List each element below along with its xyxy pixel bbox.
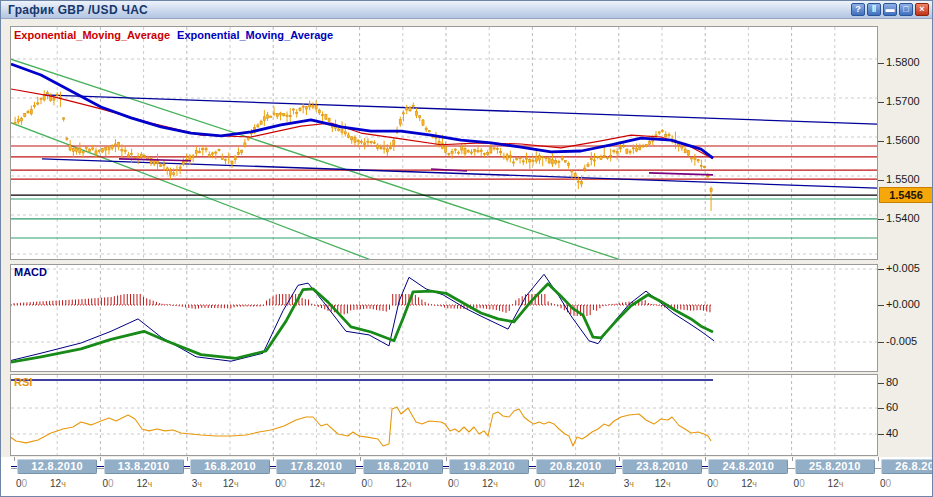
rsi-panel[interactable]: RSI [10,374,878,456]
price-tick-label: 1.5400 [886,212,920,224]
date-badge: 16.8.2010 [190,459,270,474]
axis-tick [878,408,884,409]
day-tick [792,457,793,461]
day-tick [446,457,447,461]
axis-tick [878,63,884,64]
time-label: 3ч [624,478,634,489]
time-label: 12ч [482,478,498,489]
price-tick-label: 1.5700 [886,95,920,107]
date-badge: 17.8.2010 [276,459,356,474]
day-tick [532,457,533,461]
time-label: 3ч [192,478,202,489]
macd-panel[interactable]: MACD [10,264,878,372]
time-label: 00 [275,478,286,489]
axis-tick [878,305,884,306]
rsi-chart-canvas[interactable] [11,375,877,455]
time-label: 00 [362,478,373,489]
close-button[interactable]: × [915,3,929,16]
time-label: 12ч [136,478,152,489]
main-price-panel[interactable]: Exponential_Moving_AverageExponential_Mo… [10,26,878,260]
date-badge: 18.8.2010 [363,459,443,474]
macd-tick-label: +0.000 [886,298,920,310]
axis-tick [878,383,884,384]
window-titlebar[interactable]: График GBP /USD ЧАС ?‖▬□× [1,1,932,19]
help-button[interactable]: ? [851,3,865,16]
date-badge: 12.8.2010 [17,459,97,474]
window-title: График GBP /USD ЧАС [8,3,148,17]
indicator-legend: Exponential_Moving_AverageExponential_Mo… [14,29,333,41]
price-tick-label: 1.5500 [886,173,920,185]
time-label: 12ч [396,478,412,489]
axis-tick [878,219,884,220]
day-tick [878,457,879,461]
time-label: 12ч [655,478,671,489]
time-label: 12ч [568,478,584,489]
time-label: 00 [534,478,545,489]
axis-tick [878,180,884,181]
price-tick-label: 1.5800 [886,56,920,68]
day-tick [187,457,188,461]
rsi-label: RSI [14,376,32,388]
current-price-badge: 1.5456 [879,187,933,203]
time-label: 12ч [309,478,325,489]
day-tick [100,457,101,461]
minimize-button[interactable]: ▬ [883,3,897,16]
date-badge: 13.8.2010 [104,459,184,474]
ema-legend-blue: Exponential_Moving_Average [177,29,333,41]
axis-tick [878,102,884,103]
time-label: 00 [448,478,459,489]
date-badge: 19.8.2010 [449,459,529,474]
restore-button[interactable]: □ [899,3,913,16]
macd-chart-canvas[interactable] [11,265,877,371]
axis-tick [878,342,884,343]
time-label: 00 [880,478,891,489]
time-label: 12ч [50,478,66,489]
time-label: 00 [16,478,27,489]
macd-tick-label: -0.005 [886,335,917,347]
time-label: 00 [707,478,718,489]
date-badge: 23.8.2010 [622,459,702,474]
price-chart-canvas[interactable] [11,27,877,259]
ema-legend-red: Exponential_Moving_Average [14,29,170,41]
chart-window: График GBP /USD ЧАС ?‖▬□× Exponential_Mo… [0,0,933,497]
window-controls: ?‖▬□× [851,3,929,16]
date-badge: 24.8.2010 [708,459,788,474]
macd-label: MACD [14,266,47,278]
axis-tick [878,434,884,435]
time-label: 12ч [223,478,239,489]
axis-tick [878,269,884,270]
date-axis[interactable]: 12.8.20100012ч13.8.20100012ч16.8.20103ч1… [1,457,933,497]
rsi-tick-label: 80 [886,376,898,388]
date-badge: 25.8.2010 [795,459,875,474]
rsi-tick-label: 40 [886,427,898,439]
price-tick-label: 1.5600 [886,134,920,146]
time-label: 12ч [741,478,757,489]
day-tick [360,457,361,461]
day-tick [619,457,620,461]
day-tick [14,457,15,461]
day-tick [273,457,274,461]
time-label: 00 [794,478,805,489]
time-label: 12ч [828,478,844,489]
date-badge: 20.8.2010 [536,459,616,474]
date-badge: 26.8.2010 [881,459,933,474]
time-label: 00 [102,478,113,489]
pause-button[interactable]: ‖ [867,3,881,16]
axis-tick [878,141,884,142]
rsi-tick-label: 60 [886,401,898,413]
day-tick [705,457,706,461]
macd-tick-label: +0.005 [886,262,920,274]
